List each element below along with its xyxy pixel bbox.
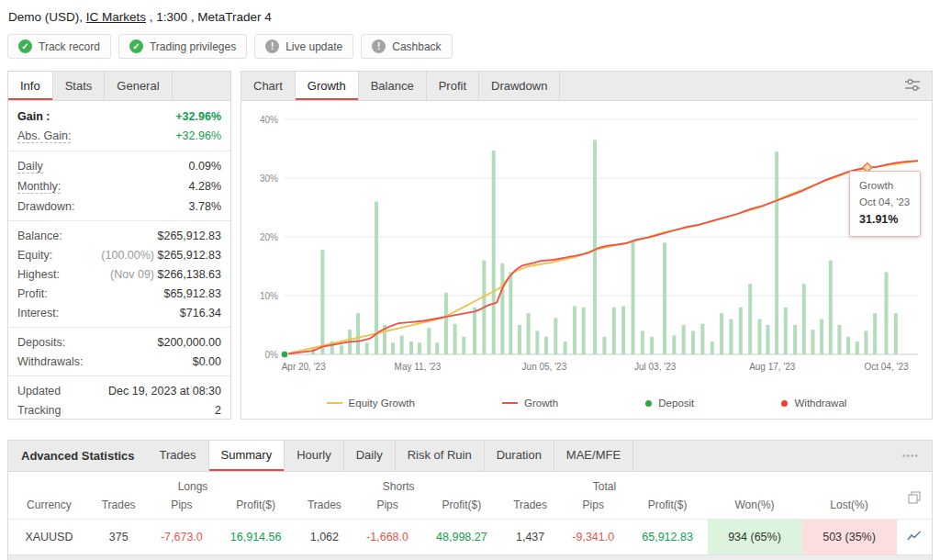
cell-total-profit: 65,912.83 bbox=[628, 520, 708, 555]
growth-line-swatch-icon bbox=[502, 402, 518, 404]
account-title: Demo (USD), IC Markets , 1:300 , MetaTra… bbox=[7, 7, 933, 24]
badge-live-update[interactable]: ! Live update bbox=[254, 34, 353, 59]
cell-short-profit: 48,998.27 bbox=[421, 520, 501, 555]
check-icon: ✓ bbox=[129, 39, 143, 53]
badge-trading-privileges[interactable]: ✓ Trading privileges bbox=[118, 34, 247, 59]
tab-hourly[interactable]: Hourly bbox=[285, 441, 344, 471]
badge-track-record[interactable]: ✓ Track record bbox=[7, 34, 111, 59]
copy-icon[interactable] bbox=[908, 491, 921, 507]
cell-won: 934 (65%) bbox=[708, 520, 802, 555]
advanced-statistics-panel: Advanced Statistics Trades Summary Hourl… bbox=[7, 440, 933, 560]
legend-label: Deposit bbox=[658, 398, 694, 409]
table-column-header-row: Currency Trades Pips Profit($) Trades Pi… bbox=[8, 494, 932, 520]
equity-line-swatch-icon bbox=[327, 402, 342, 404]
stat-value: $716.34 bbox=[180, 307, 221, 319]
legend-deposit[interactable]: Deposit bbox=[645, 398, 694, 409]
advanced-statistics-title: Advanced Statistics bbox=[8, 441, 148, 471]
tab-general[interactable]: General bbox=[105, 72, 172, 100]
col-long-profit: Profit($) bbox=[216, 494, 296, 520]
col-won: Won(%) bbox=[708, 494, 802, 520]
stat-row-drawdown: Drawdown: 3.78% bbox=[8, 196, 230, 216]
legend-growth[interactable]: Growth bbox=[502, 398, 558, 409]
tab-growth[interactable]: Growth bbox=[296, 72, 359, 100]
broker-link[interactable]: IC Markets bbox=[86, 10, 146, 24]
growth-chart[interactable]: 0%10%20%30%40%Apr 20, '23May 11, '23Jun … bbox=[248, 106, 925, 382]
stats-tabbar: Info Stats General bbox=[8, 72, 230, 101]
col-short-profit: Profit($) bbox=[421, 494, 501, 520]
tooltip-date: Oct 04, '23 bbox=[859, 195, 911, 211]
col-total-pips: Pips bbox=[559, 494, 628, 520]
cell-total-trades: 1,437 bbox=[501, 520, 559, 555]
stat-label: Drawdown: bbox=[17, 200, 75, 213]
tab-drawdown[interactable]: Drawdown bbox=[479, 72, 560, 100]
tab-summary[interactable]: Summary bbox=[209, 441, 285, 471]
col-lost: Lost(%) bbox=[802, 494, 897, 520]
y-tick-label: 20% bbox=[260, 232, 278, 242]
check-icon: ✓ bbox=[18, 39, 32, 53]
divider bbox=[8, 151, 230, 151]
divider bbox=[8, 327, 230, 328]
stats-panel: Info Stats General Gain : +32.96% Abs. G… bbox=[7, 71, 231, 420]
cell-currency: XAUUSD bbox=[8, 520, 90, 555]
stat-label: Equity: bbox=[17, 249, 52, 262]
info-icon: ! bbox=[265, 39, 279, 53]
tab-trades[interactable]: Trades bbox=[148, 441, 209, 471]
stat-label: Monthly: bbox=[17, 180, 61, 194]
chart-settings-icon[interactable] bbox=[904, 78, 921, 95]
col-short-trades: Trades bbox=[296, 494, 353, 520]
main-row: Info Stats General Gain : +32.96% Abs. G… bbox=[7, 71, 933, 420]
x-tick-label: Jun 05, '23 bbox=[522, 362, 567, 372]
x-tick-label: May 11, '23 bbox=[395, 362, 442, 372]
deposit-marker bbox=[281, 351, 288, 358]
legend-equity-growth[interactable]: Equity Growth bbox=[327, 398, 415, 409]
tooltip-series: Growth bbox=[859, 178, 911, 195]
tooltip-value: 31.91% bbox=[859, 211, 911, 229]
stat-label: Updated bbox=[17, 385, 61, 398]
tab-info[interactable]: Info bbox=[8, 72, 53, 100]
cell-long-profit: 16,914.56 bbox=[216, 520, 296, 555]
badge-label: Live update bbox=[285, 40, 342, 53]
group-header-total: Total bbox=[501, 472, 707, 494]
chart-area: 0%10%20%30%40%Apr 20, '23May 11, '23Jun … bbox=[241, 101, 932, 387]
chart-icon[interactable] bbox=[907, 530, 922, 544]
tab-chart[interactable]: Chart bbox=[241, 72, 296, 100]
tab-risk-of-ruin[interactable]: Risk of Ruin bbox=[396, 441, 485, 471]
stat-value: Dec 19, 2023 at 08:30 bbox=[108, 385, 221, 398]
stat-value: (Nov 09) $266,138.63 bbox=[110, 268, 221, 281]
stat-value: 2 bbox=[215, 404, 221, 417]
cell-short-pips: -1,668.0 bbox=[353, 520, 422, 555]
chart-tooltip: Growth Oct 04, '23 31.91% bbox=[849, 171, 921, 237]
empty-cell bbox=[802, 472, 897, 494]
tab-profit[interactable]: Profit bbox=[427, 72, 479, 100]
stat-value: +32.96% bbox=[175, 110, 221, 123]
tab-mae-mfe[interactable]: MAE/MFE bbox=[554, 441, 633, 471]
stat-label: Highest: bbox=[17, 268, 60, 281]
y-tick-label: 30% bbox=[260, 174, 278, 184]
cell-short-trades: 1,062 bbox=[296, 520, 353, 555]
y-tick-label: 40% bbox=[260, 115, 278, 125]
table-group-header-row: Longs Shorts Total bbox=[8, 472, 932, 494]
chart-toolbar bbox=[893, 72, 932, 100]
tab-duration[interactable]: Duration bbox=[485, 441, 554, 471]
tab-daily[interactable]: Daily bbox=[344, 441, 396, 471]
stat-label: Tracking bbox=[17, 404, 61, 417]
stat-row-withdrawals: Withdrawals: $0.00 bbox=[8, 352, 230, 371]
cell-lost: 503 (35%) bbox=[802, 520, 897, 555]
legend-label: Growth bbox=[524, 398, 558, 409]
group-header-shorts: Shorts bbox=[296, 472, 501, 494]
tab-balance[interactable]: Balance bbox=[359, 72, 427, 100]
stat-row-gain: Gain : +32.96% bbox=[8, 106, 230, 126]
stat-value: 0.09% bbox=[189, 160, 221, 173]
page: Demo (USD), IC Markets , 1:300 , MetaTra… bbox=[0, 0, 940, 560]
badge-cashback[interactable]: ! Cashback bbox=[361, 34, 452, 59]
table-row[interactable]: XAUUSD 375 -7,673.0 16,914.56 1,062 -1,6… bbox=[8, 520, 932, 555]
legend-withdrawal[interactable]: Withdrawal bbox=[781, 398, 846, 409]
stat-row-highest: Highest: (Nov 09) $266,138.63 bbox=[8, 264, 230, 284]
y-tick-label: 10% bbox=[260, 291, 278, 301]
stat-row-profit: Profit: $65,912.83 bbox=[8, 284, 230, 303]
cell-chart bbox=[897, 520, 932, 555]
stat-value: $265,912.83 bbox=[157, 230, 221, 242]
badge-label: Cashback bbox=[392, 40, 441, 53]
tab-stats[interactable]: Stats bbox=[53, 72, 106, 100]
more-options-icon[interactable]: •••• bbox=[890, 451, 932, 461]
